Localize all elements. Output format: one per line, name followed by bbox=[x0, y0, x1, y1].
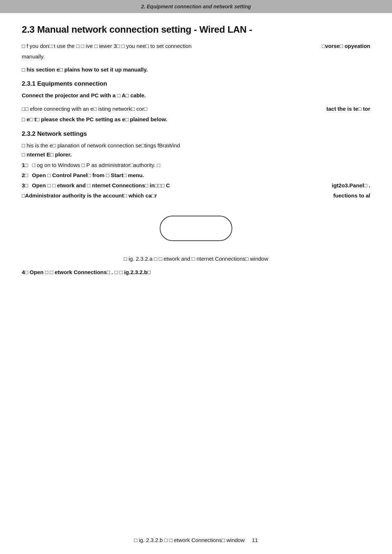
step3-a: Open □ □ etwork and □ nternet Connection… bbox=[32, 182, 170, 188]
step1: 1□ □ og on to Windows □ P as administrat… bbox=[22, 161, 370, 170]
figure-area-b bbox=[22, 278, 370, 416]
step2-a: Open □ Control Panel□ bbox=[32, 172, 92, 178]
note-line1: □Administrator authority is the account□… bbox=[22, 191, 157, 200]
para1: □ f you don□ t use the □ □ ive □ iewer 3… bbox=[22, 42, 370, 50]
para1-text: □ f you don□ t use the □ □ ive □ iewer 3… bbox=[22, 43, 192, 49]
figure-area-a: □ ig. 2.3.2.a □ □ etwork and □ nternet C… bbox=[22, 216, 370, 262]
subsection1-line2: □□ efore connecting with an e□ isting ne… bbox=[22, 105, 370, 113]
para2: □ his section e□ plains how to set it up… bbox=[22, 65, 370, 74]
subsection2-title: 2.3.2 Network settings bbox=[22, 130, 370, 138]
step4: 4□ Open □ □ etwork Connections□ . □ □ ig… bbox=[22, 269, 370, 275]
header-bar: 2. Equipment connection and network sett… bbox=[0, 0, 392, 13]
section-title: 2.3 Manual network connection setting - … bbox=[22, 24, 370, 35]
step2-text: Open □ Control Panel□ from □ Start□ menu… bbox=[32, 171, 370, 180]
subsection1-title: 2.3.1 Equipments connection bbox=[22, 80, 370, 87]
header-label: 2. Equipment connection and network sett… bbox=[141, 4, 251, 9]
subsection1-line1: Connect the projector and PC with a □ A□… bbox=[22, 91, 370, 99]
footer-caption: □ ig. 2.3.2.b □ □ etwork Connections□ wi… bbox=[134, 537, 245, 543]
step2: 2□ Open □ Control Panel□ from □ Start□ m… bbox=[22, 171, 370, 180]
subsection1-line3: □ e□ t□ please check the PC setting as e… bbox=[22, 115, 370, 123]
step3: 3□ Open □ □ etwork and □ nternet Connect… bbox=[22, 181, 370, 190]
page: 2. Equipment connection and network sett… bbox=[0, 0, 392, 554]
page-number: 11 bbox=[252, 537, 258, 543]
step2-b: from bbox=[92, 172, 104, 178]
intro-line1: □ his is the e□ planation of network con… bbox=[22, 141, 370, 150]
step2-c: □ Start□ menu. bbox=[105, 172, 144, 178]
para1-overlap: □vorse□ opyeation bbox=[322, 42, 370, 50]
para1-a: □ f you don□ t use the □ □ ive □ iewer 3… bbox=[22, 43, 192, 49]
step3-overlap: igt2o3.Panel□ . bbox=[332, 181, 370, 190]
note-overlap: fuections to al bbox=[333, 191, 370, 200]
intro-line1-text: □ his is the e□ planation of network con… bbox=[22, 142, 180, 148]
figure-caption-a: □ ig. 2.3.2.a □ □ etwork and □ nternet C… bbox=[124, 256, 268, 262]
main-content: 2.3 Manual network connection setting - … bbox=[0, 24, 392, 416]
footer: □ ig. 2.3.2.b □ □ etwork Connections□ wi… bbox=[0, 537, 392, 543]
note-line: □Administrator authority is the account□… bbox=[22, 191, 370, 201]
step3-num: 3□ bbox=[22, 181, 32, 190]
subsection1-line2-overlap: tact the is te□ tor bbox=[326, 105, 370, 113]
step1-text: □ og on to Windows □ P as administrator□… bbox=[32, 161, 370, 170]
para1-b: manually. bbox=[22, 52, 370, 61]
step1-num: 1□ bbox=[22, 161, 32, 170]
intro-line2: □ nternet E□ plorer. bbox=[22, 150, 370, 159]
figure-box bbox=[160, 216, 232, 241]
step3-text: Open □ □ etwork and □ nternet Connection… bbox=[32, 181, 370, 190]
subsection1-line2-a: □□ efore connecting with an e□ isting ne… bbox=[22, 106, 147, 112]
step2-num: 2□ bbox=[22, 171, 32, 180]
